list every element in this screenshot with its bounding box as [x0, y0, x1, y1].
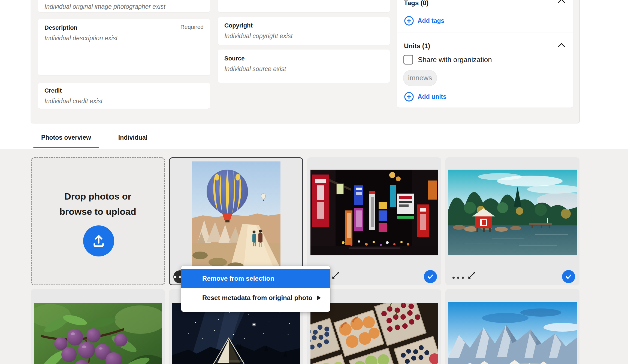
photographer-field[interactable]: Individual original image photographer e… — [38, 0, 210, 12]
credit-label: Credit — [44, 87, 204, 94]
add-circle-icon — [404, 16, 414, 26]
photo-plums[interactable] — [34, 303, 162, 364]
check-icon — [426, 273, 434, 281]
selected-check-badge[interactable] — [562, 270, 575, 283]
tags-collapse-icon[interactable] — [557, 0, 566, 4]
upload-icon — [91, 233, 107, 249]
photo-cabin[interactable] — [448, 170, 577, 255]
metadata-panel: Individual original image photographer e… — [31, 0, 580, 123]
context-menu: Remove from selection Reset metadata fro… — [181, 266, 330, 312]
share-checkbox[interactable] — [403, 55, 413, 65]
credit-field[interactable]: Credit Individual credit exist — [38, 83, 210, 109]
photo-card-village[interactable] — [445, 289, 579, 364]
share-checkbox-label: Share with organization — [418, 56, 492, 64]
add-units-label: Add units — [418, 93, 446, 100]
empty-top-field[interactable] — [218, 0, 390, 12]
expand-icon[interactable] — [331, 271, 340, 280]
photo-tokyo[interactable] — [310, 170, 438, 255]
photo-card-cabin[interactable] — [445, 157, 579, 285]
upload-dropzone[interactable]: Drop photos or browse to upload — [31, 157, 165, 285]
menu-item-remove-from-selection[interactable]: Remove from selection — [181, 269, 330, 288]
description-field[interactable]: Description Required Individual descript… — [38, 19, 210, 75]
photo-fruits[interactable] — [310, 303, 438, 364]
copyright-placeholder: Individual copyright exist — [224, 32, 384, 40]
dropzone-text: Drop photos or browse to upload — [32, 189, 164, 219]
more-options-button[interactable] — [452, 277, 464, 279]
units-collapse-icon[interactable] — [557, 43, 566, 48]
tags-section-title: Tags (0) — [404, 0, 428, 7]
source-field[interactable]: Source Individual source exist — [218, 50, 390, 83]
photo-camp[interactable] — [172, 303, 300, 364]
tags-units-panel: Tags (0) Add tags Units (1) Share with o — [397, 0, 573, 108]
photo-balloon[interactable] — [192, 161, 280, 268]
add-circle-icon — [404, 92, 414, 102]
photo-card-plums[interactable] — [31, 289, 165, 364]
expand-icon[interactable] — [467, 271, 476, 280]
selected-check-badge[interactable] — [424, 270, 437, 283]
upload-button[interactable] — [83, 225, 114, 256]
required-badge: Required — [180, 24, 204, 30]
add-tags-label: Add tags — [418, 17, 444, 25]
active-tab-underline — [33, 147, 99, 148]
submenu-arrow-icon — [317, 295, 321, 300]
credit-placeholder: Individual credit exist — [44, 97, 204, 105]
menu-item-reset-metadata[interactable]: Reset metadata from original photo — [181, 288, 330, 308]
source-placeholder: Individual source exist — [224, 65, 384, 73]
units-section-title: Units (1) — [404, 42, 430, 50]
photo-upload-page: Individual original image photographer e… — [0, 0, 628, 364]
description-label: Description — [44, 24, 204, 31]
add-units-button[interactable]: Add units — [404, 91, 446, 102]
photographer-placeholder: Individual original image photographer e… — [44, 3, 165, 10]
unit-chip[interactable]: imnews — [403, 70, 437, 86]
copyright-label: Copyright — [224, 22, 384, 29]
check-icon — [564, 273, 573, 281]
tab-photos-overview[interactable]: Photos overview — [33, 127, 99, 148]
tab-individual[interactable]: Individual — [113, 127, 153, 148]
photo-village[interactable] — [448, 302, 577, 364]
description-placeholder: Individual description exist — [44, 34, 204, 42]
panel-divider — [397, 32, 573, 32]
copyright-field[interactable]: Copyright Individual copyright exist — [218, 17, 390, 45]
share-with-organization-row: Share with organization — [403, 55, 492, 65]
add-tags-button[interactable]: Add tags — [404, 16, 444, 26]
source-label: Source — [224, 55, 384, 62]
